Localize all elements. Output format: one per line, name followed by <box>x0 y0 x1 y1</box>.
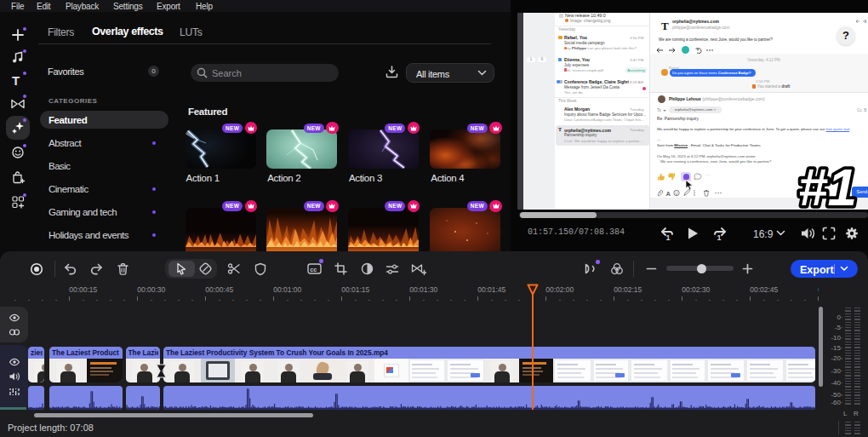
svg-text:1: 1 <box>717 233 722 241</box>
svg-text:A: A <box>666 190 671 197</box>
svg-text:#1: #1 <box>798 162 857 210</box>
svg-text:1: 1 <box>666 233 671 241</box>
svg-text:cc: cc <box>310 266 317 273</box>
